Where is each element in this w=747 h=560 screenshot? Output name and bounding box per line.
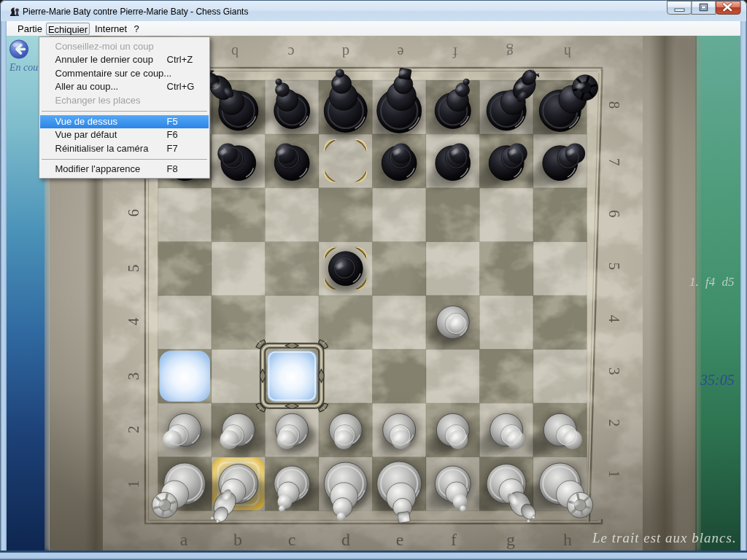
svg-text:b: b	[231, 44, 239, 61]
svg-text:a: a	[180, 530, 188, 549]
svg-text:6: 6	[605, 210, 623, 218]
svg-text:e: e	[396, 530, 404, 549]
svg-text:c: c	[287, 44, 294, 61]
svg-text:d: d	[342, 44, 349, 61]
svg-text:g: g	[506, 44, 514, 61]
svg-text:7: 7	[605, 158, 623, 166]
svg-text:b: b	[233, 530, 242, 549]
svg-text:2: 2	[125, 426, 142, 434]
svg-text:f: f	[452, 44, 457, 61]
svg-text:c: c	[288, 530, 296, 549]
svg-text:f: f	[451, 530, 457, 549]
svg-text:d: d	[341, 530, 350, 549]
svg-text:6: 6	[125, 209, 142, 217]
svg-text:3: 3	[125, 373, 142, 381]
svg-text:1: 1	[605, 470, 623, 478]
svg-text:5: 5	[605, 262, 623, 271]
svg-text:e: e	[397, 44, 403, 61]
svg-text:4: 4	[125, 317, 142, 325]
svg-text:4: 4	[605, 315, 623, 323]
svg-text:h: h	[564, 44, 571, 61]
svg-text:g: g	[506, 530, 515, 549]
svg-text:8: 8	[605, 101, 623, 109]
svg-text:h: h	[563, 530, 572, 549]
svg-text:2: 2	[605, 419, 623, 427]
svg-text:3: 3	[605, 368, 623, 376]
svg-text:5: 5	[125, 265, 142, 273]
svg-text:1: 1	[125, 481, 142, 489]
